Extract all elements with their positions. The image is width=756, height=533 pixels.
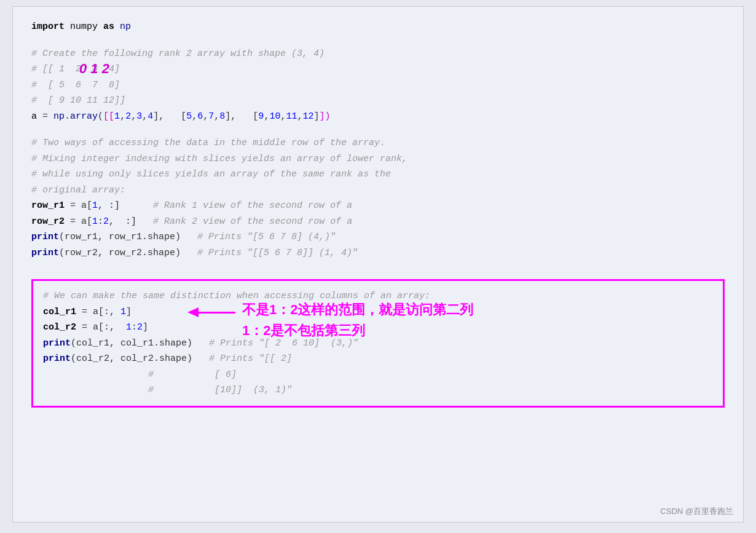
comment2-line-4: # original array: xyxy=(31,183,725,199)
row-r2-line: row_r2 = a[1:2, :] # Rank 2 view of the … xyxy=(31,214,725,230)
arrow-annotation xyxy=(189,307,235,317)
arrow-line xyxy=(199,312,235,314)
comment2-line-2: # Mixing integer indexing with slices yi… xyxy=(31,151,725,167)
highlighted-box: 不是1：2这样的范围，就是访问第二列 1：2是不包括第三列 # We can m… xyxy=(31,279,725,408)
row-r1-line: row_r1 = a[1, :] # Rank 1 view of the se… xyxy=(31,198,725,214)
comment-line-1: # Create the following rank 2 array with… xyxy=(31,46,725,62)
print-row-r1: print(row_r1, row_r1.shape) # Prints "[5… xyxy=(31,229,725,245)
comment-line-3: # [ 5 6 7 8] xyxy=(31,77,725,93)
comment-line-2: # [[ 1 2 3 4] xyxy=(31,61,725,77)
watermark: CSDN @百里香跑兰 xyxy=(660,506,733,517)
import-line: import numpy as np xyxy=(31,19,725,35)
array-line: a = np.array([[1,2,3,4], [5,6,7,8], [9,1… xyxy=(31,109,725,125)
comment2-line-1: # Two ways of accessing the data in the … xyxy=(31,135,725,151)
annotation-text-1: 不是1：2这样的范围，就是访问第二列 xyxy=(242,298,473,321)
print-col-r2-cont2: # [10]] (3, 1)" xyxy=(43,382,713,398)
print-row-r2: print(row_r2, row_r2.shape) # Prints "[[… xyxy=(31,245,725,261)
comment2-line-3: # while using only slices yields an arra… xyxy=(31,167,725,183)
arrow-head xyxy=(187,307,199,317)
print-col-r2-cont1: # [ 6] xyxy=(43,367,713,383)
print-col-r1: print(col_r1, col_r1.shape) # Prints "[ … xyxy=(43,336,713,352)
annotation-text-2: 1：2是不包括第三列 xyxy=(242,319,365,342)
main-container: 0 1 2 import numpy as np # Create the fo… xyxy=(12,6,744,523)
print-col-r2: print(col_r2, col_r2.shape) # Prints "[[… xyxy=(43,351,713,367)
code-block: import numpy as np # Create the followin… xyxy=(31,19,725,408)
annotation-012: 0 1 2 xyxy=(79,61,109,77)
comment-line-4: # [ 9 10 11 12]] xyxy=(31,93,725,109)
col-r2-line: col_r2 = a[:, 1:2] xyxy=(43,320,713,336)
